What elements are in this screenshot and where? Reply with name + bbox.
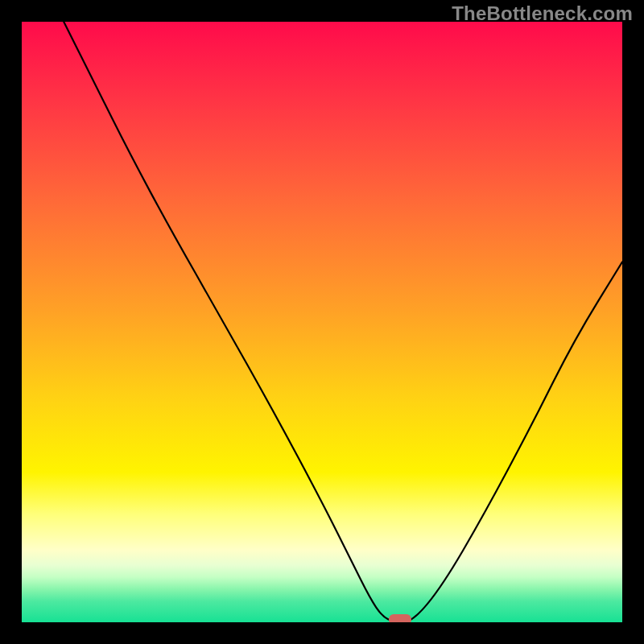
- chart-frame: TheBottleneck.com: [0, 0, 644, 644]
- optimal-marker: [389, 614, 411, 622]
- bottleneck-chart: [22, 22, 622, 622]
- chart-background: [22, 22, 622, 622]
